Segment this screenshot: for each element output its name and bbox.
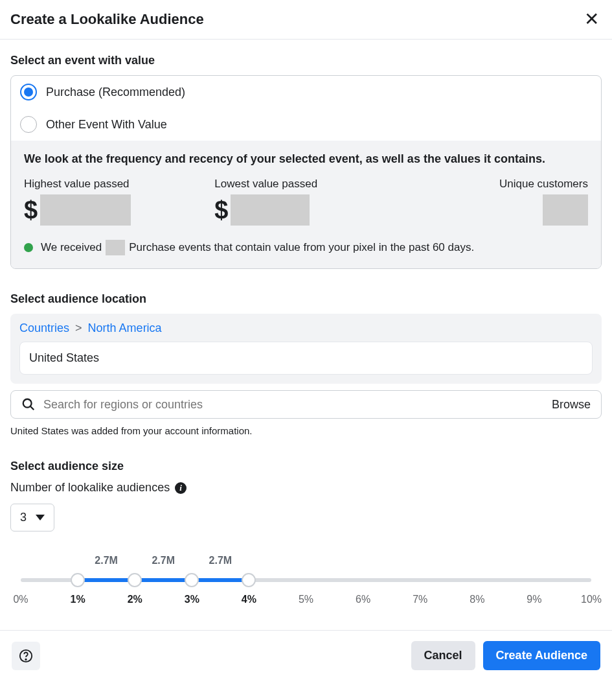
location-helper-text: United States was added from your accoun… — [10, 425, 602, 436]
dollar-icon: $ — [24, 196, 38, 224]
slider-handle[interactable] — [242, 573, 256, 587]
radio-purchase[interactable]: Purchase (Recommended) — [11, 76, 601, 108]
section-event-title: Select an event with value — [10, 54, 602, 67]
slider-tick: 2% — [128, 594, 142, 605]
stat-highest-label: Highest value passed — [24, 178, 207, 191]
counter-label: Number of lookalike audiences — [10, 481, 170, 495]
event-info-panel: We look at the frequency and recency of … — [11, 141, 601, 268]
info-icon[interactable]: i — [175, 482, 187, 494]
slider-handle[interactable] — [128, 573, 142, 587]
redacted-highest — [40, 194, 131, 226]
slider-tick: 4% — [242, 594, 256, 605]
slider-fill — [78, 578, 249, 582]
status-dot-icon — [24, 243, 33, 252]
radio-purchase-label: Purchase (Recommended) — [46, 86, 185, 99]
audience-count-select[interactable]: 3 — [10, 504, 54, 531]
stat-lowest-label: Lowest value passed — [214, 178, 397, 191]
event-card: Purchase (Recommended) Other Event With … — [10, 75, 602, 269]
radio-other-label: Other Event With Value — [46, 118, 167, 132]
info-heading: We look at the frequency and recency of … — [24, 152, 588, 166]
audience-count-value: 3 — [20, 511, 27, 524]
events-line-pre: We received — [41, 241, 102, 254]
breadcrumb: Countries > North America — [19, 321, 593, 335]
redacted-event-count — [106, 240, 125, 255]
location-search-input[interactable] — [43, 398, 544, 412]
breadcrumb-region[interactable]: North America — [88, 321, 162, 334]
slider-size-label: 2.7M — [209, 555, 232, 566]
slider-tick: 7% — [413, 594, 427, 605]
cancel-button[interactable]: Cancel — [411, 641, 475, 670]
location-chip[interactable]: United States — [19, 342, 593, 375]
stat-lowest: Lowest value passed $ — [214, 178, 397, 226]
slider-tick: 5% — [299, 594, 313, 605]
slider-size-label: 2.7M — [152, 555, 175, 566]
audience-size-slider[interactable]: 2.7M2.7M2.7M 0%1%2%3%4%5%6%7%8%9%10% — [21, 555, 591, 620]
redacted-unique — [543, 194, 588, 226]
create-audience-button[interactable]: Create Audience — [483, 641, 600, 670]
slider-tick: 6% — [356, 594, 370, 605]
breadcrumb-countries[interactable]: Countries — [19, 321, 69, 334]
browse-button[interactable]: Browse — [552, 398, 591, 412]
modal-footer: Cancel Create Audience — [0, 630, 612, 681]
breadcrumb-separator: > — [75, 321, 82, 334]
slider-tick: 10% — [581, 594, 602, 605]
modal-title: Create a Lookalike Audience — [10, 11, 204, 28]
chevron-down-icon — [36, 515, 45, 520]
close-icon[interactable]: ✕ — [584, 10, 599, 29]
stat-highest: Highest value passed $ — [24, 178, 207, 226]
stat-unique-label: Unique customers — [405, 178, 588, 191]
slider-size-label: 2.7M — [95, 555, 118, 566]
slider-handle[interactable] — [185, 573, 199, 587]
slider-tick: 0% — [13, 594, 28, 605]
stat-unique: Unique customers — [405, 178, 588, 226]
radio-other[interactable]: Other Event With Value — [11, 108, 601, 141]
help-button[interactable] — [12, 642, 40, 670]
events-line-post: Purchase events that contain value from … — [129, 241, 474, 254]
svg-line-1 — [30, 406, 34, 410]
section-location-title: Select audience location — [10, 292, 602, 306]
dollar-icon: $ — [214, 196, 228, 224]
slider-tick: 1% — [71, 594, 85, 605]
slider-tick: 9% — [527, 594, 541, 605]
slider-tick: 3% — [185, 594, 199, 605]
location-card: Countries > North America United States — [10, 314, 602, 384]
events-summary-line: We received Purchase events that contain… — [24, 240, 588, 255]
radio-button-unselected[interactable] — [20, 116, 37, 133]
slider-handle[interactable] — [71, 573, 85, 587]
redacted-lowest — [231, 194, 310, 226]
svg-point-0 — [23, 399, 32, 408]
location-search-box[interactable]: Browse — [10, 390, 602, 419]
svg-point-3 — [25, 659, 26, 659]
search-icon — [21, 397, 36, 412]
slider-tick: 8% — [470, 594, 484, 605]
radio-button-selected[interactable] — [20, 84, 37, 100]
section-size-title: Select audience size — [10, 460, 602, 473]
modal-header: Create a Lookalike Audience ✕ — [0, 0, 612, 40]
